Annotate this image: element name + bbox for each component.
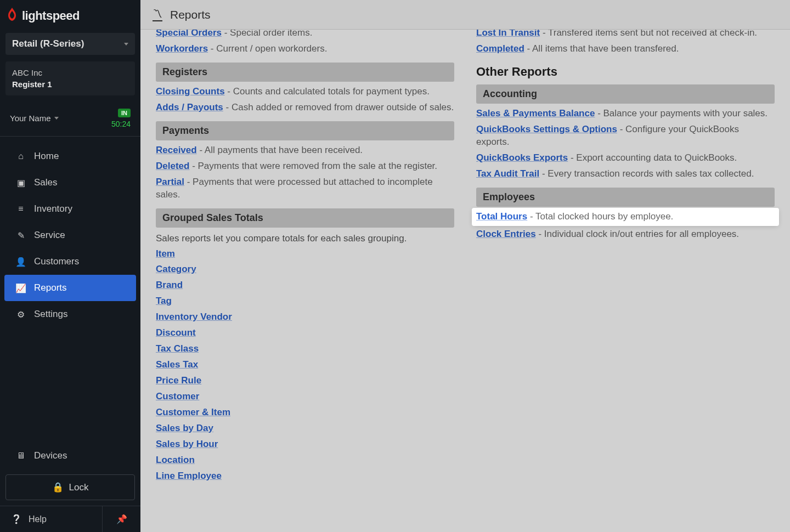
main-content: 〽 Reports Special Orders - Special order… bbox=[140, 0, 790, 532]
report-desc: - Export accounting data to QuickBooks. bbox=[568, 152, 737, 163]
report-row: QuickBooks Exports - Export accounting d… bbox=[476, 150, 775, 166]
report-row: Item bbox=[156, 246, 454, 262]
report-desc: - Special order items. bbox=[222, 30, 312, 38]
nav-label: Reports bbox=[34, 282, 67, 293]
report-link[interactable]: Category bbox=[156, 264, 196, 274]
report-link[interactable]: Price Rule bbox=[156, 375, 201, 386]
help-icon: ❔ bbox=[11, 514, 22, 524]
report-link[interactable]: Sales by Hour bbox=[156, 439, 218, 449]
report-link[interactable]: Deleted bbox=[156, 161, 189, 171]
nav-label: Devices bbox=[34, 450, 67, 461]
report-link[interactable]: Lost In Transit bbox=[476, 30, 540, 38]
clock-in-badge: IN bbox=[118, 109, 131, 117]
report-row: Category bbox=[156, 262, 454, 278]
nav: ⌂Home▣Sales≡Inventory✎Service👤Customers📈… bbox=[0, 139, 140, 469]
accounting-header: Accounting bbox=[476, 84, 775, 104]
register-name: Register 1 bbox=[12, 78, 128, 90]
service-icon: ✎ bbox=[15, 230, 26, 241]
page-title: Reports bbox=[170, 8, 211, 21]
user-row[interactable]: Your Name IN 50:24 bbox=[0, 99, 140, 137]
report-link[interactable]: QuickBooks Exports bbox=[476, 152, 568, 163]
brand-name: lightspeed bbox=[22, 9, 80, 23]
devices-icon: 🖥 bbox=[15, 451, 26, 461]
logo: lightspeed bbox=[0, 0, 140, 30]
report-link[interactable]: Location bbox=[156, 455, 195, 465]
report-row: Brand bbox=[156, 278, 454, 293]
nav-item-inventory[interactable]: ≡Inventory bbox=[4, 196, 136, 222]
report-row: Workorders - Current / open workorders. bbox=[156, 41, 454, 57]
report-row: Partial - Payments that were processed b… bbox=[156, 174, 454, 203]
nav-label: Inventory bbox=[34, 203, 72, 214]
pin-button[interactable]: 📌 bbox=[102, 506, 140, 532]
report-link[interactable]: Brand bbox=[156, 280, 183, 290]
nav-label: Customers bbox=[34, 256, 79, 267]
nav-item-home[interactable]: ⌂Home bbox=[4, 143, 136, 169]
report-row: QuickBooks Settings & Options - Configur… bbox=[476, 122, 775, 150]
inventory-icon: ≡ bbox=[15, 204, 26, 214]
report-link[interactable]: Received bbox=[156, 145, 197, 155]
report-link[interactable]: Adds / Payouts bbox=[156, 102, 223, 112]
nav-item-settings[interactable]: ⚙Settings bbox=[4, 301, 136, 327]
chevron-down-icon bbox=[54, 117, 59, 120]
report-desc: - Counts and calculated totals for payme… bbox=[225, 86, 430, 97]
report-link[interactable]: Sales by Day bbox=[156, 423, 213, 433]
clock-timer: 50:24 bbox=[111, 120, 131, 128]
report-link[interactable]: Customer & Item bbox=[156, 407, 230, 417]
report-row: Deleted - Payments that were removed fro… bbox=[156, 159, 454, 174]
nav-label: Settings bbox=[34, 309, 67, 320]
report-link[interactable]: Special Orders bbox=[156, 30, 222, 38]
flame-icon bbox=[7, 8, 18, 24]
report-link[interactable]: Tag bbox=[156, 296, 172, 306]
report-desc: - Current / open workorders. bbox=[208, 43, 327, 54]
nav-item-reports[interactable]: 📈Reports bbox=[4, 275, 136, 301]
report-desc: - Payments that were removed from the sa… bbox=[189, 161, 437, 171]
report-link[interactable]: Item bbox=[156, 248, 175, 259]
product-selector-label: Retail (R-Series) bbox=[12, 38, 84, 49]
report-row: Tax Class bbox=[156, 341, 454, 357]
lock-button[interactable]: 🔒 Lock bbox=[5, 474, 135, 500]
nav-label: Home bbox=[34, 151, 59, 162]
report-link[interactable]: Line Employee bbox=[156, 471, 222, 481]
nav-item-devices[interactable]: 🖥Devices bbox=[4, 443, 136, 469]
report-desc: - Payments that were processed but attac… bbox=[156, 177, 433, 200]
report-link[interactable]: Closing Counts bbox=[156, 86, 225, 97]
home-icon: ⌂ bbox=[15, 151, 26, 161]
report-link[interactable]: Partial bbox=[156, 177, 184, 187]
report-desc: - Transfered items sent but not received… bbox=[540, 30, 757, 38]
user-status: IN 50:24 bbox=[111, 107, 131, 128]
sales-icon: ▣ bbox=[15, 178, 26, 188]
user-name: Your Name bbox=[10, 114, 59, 123]
report-link[interactable]: Sales & Payments Balance bbox=[476, 108, 595, 118]
help-button[interactable]: ❔ Help bbox=[0, 506, 102, 532]
report-link[interactable]: Total Hours bbox=[476, 211, 527, 222]
left-column: Special Orders - Special order items.Wor… bbox=[156, 30, 454, 521]
store-info[interactable]: ABC Inc Register 1 bbox=[5, 61, 135, 95]
report-link[interactable]: Tax Audit Trail bbox=[476, 168, 539, 179]
nav-item-sales[interactable]: ▣Sales bbox=[4, 169, 136, 196]
report-link[interactable]: Completed bbox=[476, 43, 524, 54]
report-row: Discount bbox=[156, 325, 454, 341]
report-desc: - Every transaction records with sales t… bbox=[539, 168, 754, 179]
report-row: Tag bbox=[156, 293, 454, 309]
nav-label: Service bbox=[34, 230, 65, 241]
product-selector[interactable]: Retail (R-Series) bbox=[5, 33, 135, 55]
report-link[interactable]: Workorders bbox=[156, 43, 208, 54]
report-row: Received - All payments that have been r… bbox=[156, 143, 454, 159]
employees-header: Employees bbox=[476, 188, 775, 207]
report-row: Special Orders - Special order items. bbox=[156, 30, 454, 41]
nav-item-customers[interactable]: 👤Customers bbox=[4, 248, 136, 275]
report-link[interactable]: Discount bbox=[156, 327, 196, 338]
report-row: Lost In Transit - Transfered items sent … bbox=[476, 30, 775, 41]
chart-icon: 〽 bbox=[153, 8, 162, 21]
registers-header: Registers bbox=[156, 63, 454, 82]
nav-item-service[interactable]: ✎Service bbox=[4, 222, 136, 248]
report-link[interactable]: Inventory Vendor bbox=[156, 312, 232, 322]
report-link[interactable]: Customer bbox=[156, 391, 199, 401]
report-link[interactable]: Clock Entries bbox=[476, 229, 536, 239]
report-desc: - All payments that have been received. bbox=[197, 145, 363, 155]
report-link[interactable]: Sales Tax bbox=[156, 359, 198, 370]
report-row: Inventory Vendor bbox=[156, 309, 454, 325]
sidebar: lightspeed Retail (R-Series) ABC Inc Reg… bbox=[0, 0, 140, 532]
report-link[interactable]: QuickBooks Settings & Options bbox=[476, 124, 617, 134]
report-link[interactable]: Tax Class bbox=[156, 343, 199, 354]
